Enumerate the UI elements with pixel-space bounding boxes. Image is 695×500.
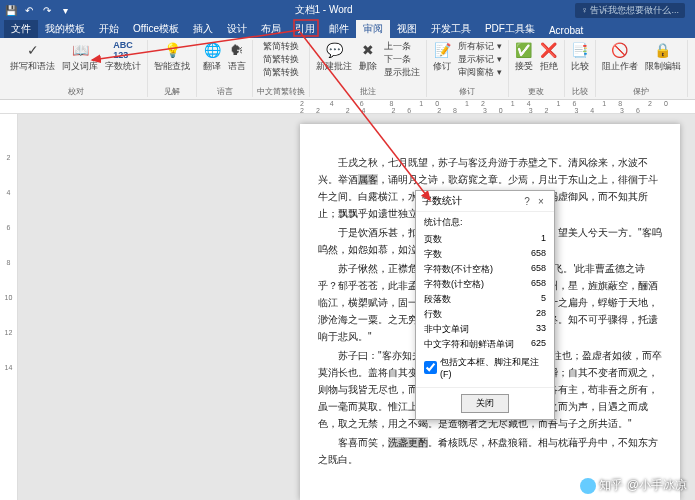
tab-design[interactable]: 设计: [220, 20, 254, 38]
restrict-editing-button[interactable]: 🔒限制编辑: [643, 40, 683, 74]
tab-acrobat[interactable]: Acrobat: [542, 23, 590, 38]
group-label: 比较: [572, 85, 588, 97]
stats-heading: 统计信息:: [424, 216, 546, 229]
tab-review[interactable]: 审阅: [356, 20, 390, 38]
book-icon: 📖: [71, 41, 89, 59]
dialog-body: 统计信息: 页数1字数658字符数(不计空格)658字符数(计空格)658段落数…: [416, 212, 554, 387]
stat-row: 非中文单词33: [424, 322, 546, 337]
convert-item[interactable]: 简繁转换: [261, 66, 301, 79]
close-icon[interactable]: ×: [534, 196, 548, 207]
tab-home[interactable]: 开始: [92, 20, 126, 38]
stat-row: 段落数5: [424, 292, 546, 307]
quick-access-toolbar: 💾 ↶ ↷ ▾: [4, 3, 72, 17]
prev-comment-button[interactable]: 上一条: [382, 40, 422, 53]
close-button[interactable]: 关闭: [461, 394, 509, 413]
next-comment-button[interactable]: 下一条: [382, 53, 422, 66]
group-tracking: 📝修订 所有标记 ▾ 显示标记 ▾ 审阅窗格 ▾ 修订: [427, 40, 509, 97]
tab-developer[interactable]: 开发工具: [424, 20, 478, 38]
undo-icon[interactable]: ↶: [22, 3, 36, 17]
stat-row: 中文字符和朝鲜语单词625: [424, 337, 546, 352]
stat-value: 28: [536, 308, 546, 321]
help-icon[interactable]: ?: [520, 196, 534, 207]
tab-view[interactable]: 视图: [390, 20, 424, 38]
tab-references[interactable]: 引用: [288, 20, 322, 38]
group-label: 更改: [528, 85, 544, 97]
group-language: 🌐翻译 🗣语言 语言: [197, 40, 253, 97]
group-label: 批注: [360, 85, 376, 97]
stat-value: 658: [531, 248, 546, 261]
word-count-button[interactable]: ABC123字数统计: [103, 40, 143, 74]
group-label: 保护: [633, 85, 649, 97]
block-authors-button[interactable]: 🚫阻止作者: [600, 40, 640, 74]
group-label: 语言: [217, 85, 233, 97]
group-protect: 🚫阻止作者 🔒限制编辑 保护: [596, 40, 688, 97]
document-workspace: 2468101214 壬戌之秋，七月既望，苏子与客泛舟游于赤壁之下。清风徐来，水…: [0, 114, 695, 500]
ribbon-tabs: 文件 我的模板 开始 Office模板 插入 设计 布局 引用 邮件 审阅 视图…: [0, 20, 695, 38]
vertical-ruler[interactable]: 2468101214: [0, 114, 18, 500]
wordcount-icon: ABC123: [114, 41, 132, 59]
qat-more-icon[interactable]: ▾: [58, 3, 72, 17]
stat-label: 字数: [424, 248, 442, 261]
convert-item[interactable]: 简繁转换: [261, 53, 301, 66]
thesaurus-button[interactable]: 📖同义词库: [60, 40, 100, 74]
comment-icon: 💬: [325, 41, 343, 59]
tab-file[interactable]: 文件: [4, 20, 38, 38]
save-icon[interactable]: 💾: [4, 3, 18, 17]
tab-pdf[interactable]: PDF工具集: [478, 20, 542, 38]
stat-row: 字数658: [424, 247, 546, 262]
tab-insert[interactable]: 插入: [186, 20, 220, 38]
smart-lookup-button[interactable]: 💡智能查找: [152, 40, 192, 74]
delete-icon: ✖: [359, 41, 377, 59]
compare-icon: 📑: [571, 41, 589, 59]
stat-label: 中文字符和朝鲜语单词: [424, 338, 514, 351]
stat-row: 字符数(计空格)658: [424, 277, 546, 292]
show-comments-button[interactable]: 显示批注: [382, 66, 422, 79]
checkbox-input[interactable]: [424, 361, 437, 374]
tab-layout[interactable]: 布局: [254, 20, 288, 38]
dialog-titlebar[interactable]: 字数统计 ? ×: [416, 191, 554, 212]
track-icon: 📝: [433, 41, 451, 59]
paragraph: 客喜而笑，洗盏更酌。肴核既尽，杯盘狼籍。相与枕藉乎舟中，不知东方之既白。: [318, 434, 662, 468]
tab-office-template[interactable]: Office模板: [126, 20, 186, 38]
accept-button[interactable]: ✅接受: [513, 40, 535, 74]
new-comment-button[interactable]: 💬新建批注: [314, 40, 354, 74]
group-comments: 💬新建批注 ✖删除 上一条 下一条 显示批注 批注: [310, 40, 427, 97]
block-icon: 🚫: [611, 41, 629, 59]
dialog-title: 字数统计: [422, 194, 520, 208]
ribbon: ✓拼写和语法 📖同义词库 ABC123字数统计 校对 💡智能查找 见解 🌐翻译 …: [0, 38, 695, 100]
group-proofing: ✓拼写和语法 📖同义词库 ABC123字数统计 校对: [4, 40, 148, 97]
language-button[interactable]: 🗣语言: [226, 40, 248, 74]
convert-list: 繁简转换 简繁转换 简繁转换: [261, 40, 301, 79]
redo-icon[interactable]: ↷: [40, 3, 54, 17]
reject-button[interactable]: ❌拒绝: [538, 40, 560, 74]
stat-label: 页数: [424, 233, 442, 246]
group-label: 中文简繁转换: [257, 85, 305, 97]
group-changes: ✅接受 ❌拒绝 更改: [509, 40, 565, 97]
reviewing-pane-button[interactable]: 审阅窗格 ▾: [456, 66, 504, 79]
show-markup-button[interactable]: 显示标记 ▾: [456, 53, 504, 66]
stat-value: 658: [531, 263, 546, 276]
stat-value: 625: [531, 338, 546, 351]
language-icon: 🗣: [228, 41, 246, 59]
convert-item[interactable]: 繁简转换: [261, 40, 301, 53]
stat-label: 非中文单词: [424, 323, 469, 336]
stat-value: 33: [536, 323, 546, 336]
stat-row: 行数28: [424, 307, 546, 322]
include-textboxes-checkbox[interactable]: 包括文本框、脚注和尾注(F): [424, 352, 546, 383]
stat-row: 字符数(不计空格)658: [424, 262, 546, 277]
track-changes-button[interactable]: 📝修订: [431, 40, 453, 74]
word-count-dialog: 字数统计 ? × 统计信息: 页数1字数658字符数(不计空格)658字符数(计…: [415, 190, 555, 420]
tell-me-search[interactable]: ♀ 告诉我您想要做什么...: [575, 3, 685, 18]
compare-button[interactable]: 📑比较: [569, 40, 591, 74]
group-insights: 💡智能查找 见解: [148, 40, 197, 97]
group-chinese-convert: 繁简转换 简繁转换 简繁转换 中文简繁转换: [253, 40, 310, 97]
display-review-button[interactable]: 所有标记 ▾: [456, 40, 504, 53]
lock-icon: 🔒: [654, 41, 672, 59]
horizontal-ruler[interactable]: 2 4 6 8 10 12 14 16 18 20 22 24 26 28 30…: [0, 100, 695, 114]
delete-comment-button[interactable]: ✖删除: [357, 40, 379, 74]
spell-grammar-button[interactable]: ✓拼写和语法: [8, 40, 57, 74]
tab-mailings[interactable]: 邮件: [322, 20, 356, 38]
translate-button[interactable]: 🌐翻译: [201, 40, 223, 74]
tab-mytemplate[interactable]: 我的模板: [38, 20, 92, 38]
group-label: 校对: [68, 85, 84, 97]
